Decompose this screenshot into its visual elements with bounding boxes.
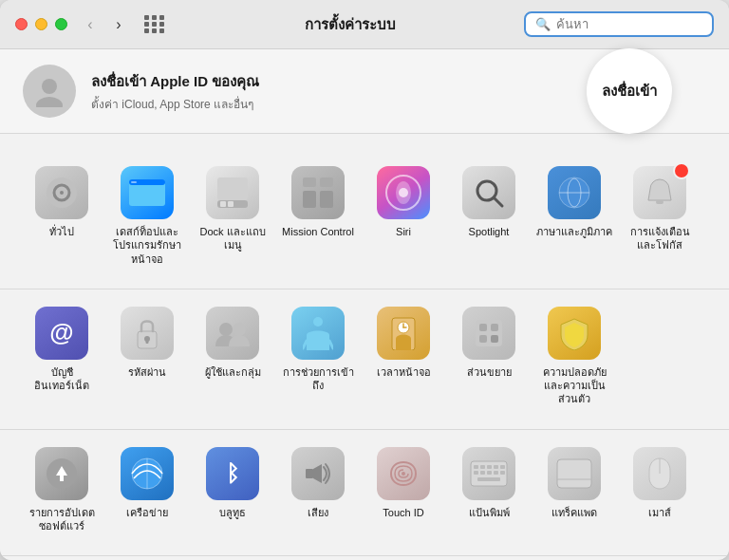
icon-grid-hardware: รายการอัปเดตซอฟต์แวร์เครือข่ายᛒบลูทูธเสี…	[19, 438, 710, 541]
icon-item-spotlight[interactable]: Spotlight	[446, 157, 532, 273]
svg-point-18	[399, 188, 408, 197]
main-content: ทั่วไปเดสก์ท็อปและโปรแกรมรักษาหน้าจอDock…	[0, 134, 729, 560]
maximize-button[interactable]	[55, 18, 67, 30]
icon-label-mouse: เมาส์	[648, 506, 671, 519]
icon-label-users: ผู้ใช้และกลุ่ม	[205, 365, 261, 379]
icon-label-desktop: เดสก์ท็อปและโปรแกรมรักษาหน้าจอ	[109, 225, 185, 266]
svg-rect-41	[479, 335, 487, 343]
icon-label-screentime: เวลาหน้าจอ	[377, 365, 431, 379]
icon-item-notifications[interactable]: การแจ้งเตือนและโฟกัส	[617, 157, 702, 273]
icon-label-dock: Dock และแถบเมนู	[195, 225, 271, 252]
svg-rect-51	[474, 465, 478, 469]
svg-rect-58	[487, 471, 492, 475]
icon-grid-users: @บัญชีอินเทอร์เน็ตรหัสผ่านผู้ใช้และกลุ่ม…	[19, 297, 710, 414]
icon-bluetooth: ᛒ	[206, 447, 259, 500]
svg-rect-54	[494, 465, 498, 469]
icon-item-software-update[interactable]: รายการอัปเดตซอฟต์แวร์	[19, 438, 104, 541]
svg-rect-52	[480, 465, 485, 469]
profile-subtext: ตั้งค่า iCloud, App Store และอื่นๆ	[91, 95, 259, 113]
svg-rect-7	[131, 181, 137, 183]
section-hardware: รายการอัปเดตซอฟต์แวร์เครือข่ายᛒบลูทูธเสี…	[0, 430, 729, 557]
icon-label-touchid: Touch ID	[383, 506, 423, 519]
icon-touchid	[377, 447, 430, 500]
icon-item-language[interactable]: ภาษาและภูมิภาค	[532, 157, 617, 273]
svg-rect-57	[480, 471, 485, 475]
sign-in-button[interactable]: ลงชื่อเข้า	[587, 48, 672, 134]
icon-keyboard	[462, 447, 515, 500]
svg-rect-40	[491, 324, 498, 331]
profile-text: ลงชื่อเข้า Apple ID ของคุณ ตั้งค่า iClou…	[91, 70, 259, 113]
icon-item-touchid[interactable]: Touch ID	[361, 438, 446, 541]
svg-rect-25	[656, 200, 664, 204]
svg-rect-10	[220, 201, 226, 207]
forward-button[interactable]: ›	[107, 13, 130, 36]
svg-rect-38	[476, 320, 502, 346]
icon-item-password[interactable]: รหัสผ่าน	[104, 297, 190, 414]
svg-rect-47	[306, 469, 313, 478]
svg-rect-53	[487, 465, 492, 469]
icon-item-users[interactable]: ผู้ใช้และกลุ่ม	[190, 297, 275, 414]
icon-item-dock[interactable]: Dock และแถบเมนู	[190, 157, 275, 273]
svg-rect-62	[557, 459, 591, 488]
svg-line-32	[303, 341, 307, 348]
icon-label-password: รหัสผ่าน	[128, 365, 166, 379]
avatar	[23, 65, 76, 118]
svg-point-4	[60, 191, 64, 195]
profile-area: ลงชื่อเข้า Apple ID ของคุณ ตั้งค่า iClou…	[0, 49, 729, 134]
nav-buttons: ‹ ›	[79, 13, 130, 36]
icon-label-sharing: ส่วนขยาย	[467, 365, 512, 379]
icon-spotlight	[462, 166, 515, 219]
titlebar: ‹ › การตั้งค่าระบบ 🔍	[0, 0, 729, 49]
traffic-lights	[15, 18, 67, 30]
icon-label-keyboard: แป้นพิมพ์	[469, 506, 510, 519]
icon-grid-general: ทั่วไปเดสก์ท็อปและโปรแกรมรักษาหน้าจอDock…	[19, 157, 710, 273]
search-icon: 🔍	[535, 17, 551, 31]
icon-item-sharing[interactable]: ส่วนขยาย	[446, 297, 532, 414]
minimize-button[interactable]	[35, 18, 47, 30]
icon-item-bluetooth[interactable]: ᛒบลูทูธ	[190, 438, 275, 541]
icon-mission	[291, 166, 345, 219]
avatar-icon	[33, 75, 65, 107]
icon-item-mission[interactable]: Mission Control	[275, 157, 361, 273]
icon-item-sound[interactable]: เสียง	[275, 438, 361, 541]
svg-point-49	[402, 472, 405, 476]
icon-software-update	[35, 447, 88, 500]
section-general: ทั่วไปเดสก์ท็อปและโปรแกรมรักษาหน้าจอDock…	[0, 149, 729, 289]
svg-point-29	[219, 323, 233, 336]
svg-point-0	[42, 79, 57, 94]
icon-item-access[interactable]: การช่วยการเข้าถึง	[275, 297, 361, 414]
icon-item-internet[interactable]: @บัญชีอินเทอร์เน็ต	[19, 297, 104, 414]
icon-item-trackpad[interactable]: แทร็คแพด	[532, 438, 617, 541]
icon-label-siri: Siri	[396, 225, 411, 238]
icon-dock	[206, 166, 259, 219]
svg-line-20	[494, 197, 502, 206]
icon-siri	[377, 166, 430, 219]
icon-item-siri[interactable]: Siri	[361, 157, 446, 273]
svg-rect-55	[500, 465, 505, 469]
icon-item-security[interactable]: ความปลอดภัยและความเป็นส่วนตัว	[532, 297, 617, 414]
icon-label-notifications: การแจ้งเตือนและโฟกัส	[622, 225, 698, 252]
icon-mouse	[633, 447, 686, 500]
back-button[interactable]: ‹	[79, 13, 102, 36]
icon-label-access: การช่วยการเข้าถึง	[280, 365, 356, 393]
svg-rect-12	[303, 177, 316, 187]
icon-item-screentime[interactable]: เวลาหน้าจอ	[361, 297, 446, 414]
notification-badge	[673, 162, 690, 179]
icon-item-mouse[interactable]: เมาส์	[617, 438, 702, 541]
icon-item-network[interactable]: เครือข่าย	[104, 438, 190, 541]
icon-item-desktop[interactable]: เดสก์ท็อปและโปรแกรมรักษาหน้าจอ	[104, 157, 190, 273]
svg-rect-28	[146, 339, 149, 344]
icon-general	[35, 166, 88, 219]
close-button[interactable]	[15, 18, 28, 30]
app-grid-button[interactable]	[141, 11, 168, 38]
search-input[interactable]	[556, 17, 702, 31]
svg-rect-56	[474, 471, 478, 475]
svg-line-33	[329, 341, 333, 348]
svg-point-1	[36, 97, 63, 107]
icon-label-internet: บัญชีอินเทอร์เน็ต	[24, 365, 100, 393]
icon-label-bluetooth: บลูทูธ	[219, 506, 246, 519]
svg-marker-48	[313, 464, 322, 483]
icon-item-keyboard[interactable]: แป้นพิมพ์	[446, 438, 532, 541]
search-bar[interactable]: 🔍	[524, 11, 714, 37]
icon-item-general[interactable]: ทั่วไป	[19, 157, 104, 273]
